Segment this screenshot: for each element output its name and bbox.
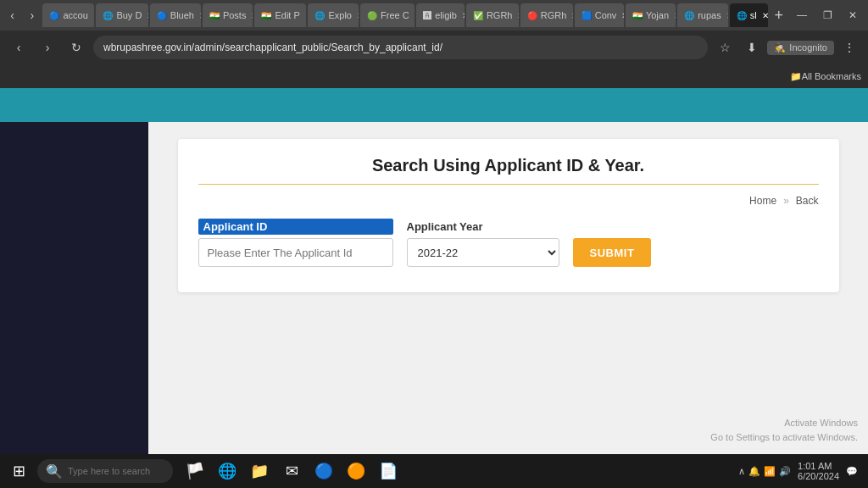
- taskbar-apps: 🏳️ 🌐 📁 ✉ 🔵 🟠 📄: [180, 456, 403, 486]
- tray-up-arrow[interactable]: ∧: [738, 466, 745, 477]
- menu-icon[interactable]: ⋮: [837, 36, 861, 59]
- tab-close-icon[interactable]: ✕: [93, 11, 95, 20]
- browser-forward-button[interactable]: ›: [36, 36, 59, 59]
- tab-favicon: 🌐: [103, 11, 113, 20]
- tray-network-icon[interactable]: 📶: [764, 466, 776, 477]
- tab-label: Yojan: [646, 10, 669, 20]
- url-input[interactable]: [93, 36, 708, 59]
- taskbar-app-edge2[interactable]: 🔵: [309, 456, 339, 486]
- tab-favicon: ✅: [473, 11, 483, 20]
- tab-label: RGRh: [487, 10, 513, 20]
- tab-buy[interactable]: 🌐 Buy D ✕: [96, 3, 147, 27]
- sidebar: [0, 88, 148, 488]
- taskbar-app-edge[interactable]: 🌐: [212, 456, 242, 486]
- back-nav-btn[interactable]: ‹: [3, 3, 21, 27]
- tab-close-icon[interactable]: ✕: [147, 11, 147, 20]
- taskbar-app-mail[interactable]: ✉: [276, 456, 307, 486]
- tab-close-icon[interactable]: ✕: [305, 11, 307, 20]
- tab-favicon: 🔴: [527, 11, 537, 20]
- browser-back-button[interactable]: ‹: [7, 36, 31, 59]
- tab-free[interactable]: 🟢 Free C ✕: [360, 3, 415, 27]
- applicant-id-label: Applicant ID: [198, 219, 393, 235]
- tab-label: Posts: [223, 10, 247, 20]
- tab-close-icon[interactable]: ✕: [251, 11, 253, 20]
- tab-explo[interactable]: 🌐 Explo ✕: [308, 3, 359, 27]
- tray-speaker-icon[interactable]: 🔊: [779, 466, 791, 477]
- tab-close-icon[interactable]: ✕: [199, 11, 201, 20]
- tab-accu[interactable]: 🔵 accou ✕: [42, 3, 94, 27]
- tab-close-icon[interactable]: ✕: [517, 11, 518, 20]
- tab-favicon: 🔵: [49, 11, 59, 20]
- tab-yojan[interactable]: 🇮🇳 Yojan ✕: [626, 3, 676, 27]
- new-tab-button[interactable]: +: [770, 7, 789, 25]
- tab-label: Free C: [381, 10, 409, 20]
- date-display: 6/20/2024: [798, 471, 839, 481]
- tab-close-icon[interactable]: ✕: [726, 11, 728, 20]
- tab-close-icon[interactable]: ✕: [462, 11, 465, 20]
- submit-button[interactable]: SUBMIT: [573, 238, 652, 267]
- notification-bell[interactable]: 💬: [846, 466, 858, 477]
- bookmarks-label[interactable]: All Bookmarks: [802, 71, 861, 81]
- tab-edit[interactable]: 🇮🇳 Edit P ✕: [254, 3, 306, 27]
- tab-close-icon[interactable]: ✕: [415, 11, 415, 20]
- tray-notification-icon[interactable]: 🔔: [748, 466, 760, 477]
- address-bar: ‹ › ↻ ☆ ⬇ 🕵 Incognito ⋮: [0, 30, 868, 64]
- tab-favicon: 🔵: [157, 11, 167, 20]
- tab-close-icon[interactable]: ✕: [674, 11, 676, 20]
- tab-sl-active[interactable]: 🌐 sl ✕: [730, 3, 768, 27]
- tab-favicon: 🌐: [684, 11, 694, 20]
- download-icon[interactable]: ⬇: [740, 36, 764, 59]
- tab-rgrh1[interactable]: ✅ RGRh ✕: [466, 3, 519, 27]
- taskbar-app-circle[interactable]: 🟠: [341, 456, 371, 486]
- taskbar-search-input[interactable]: [68, 466, 170, 476]
- tab-label: Explo: [328, 10, 352, 20]
- tab-favicon: 🟢: [367, 11, 377, 20]
- tab-rupas[interactable]: 🌐 rupas ✕: [677, 3, 728, 27]
- forward-nav-btn[interactable]: ›: [23, 3, 41, 27]
- page-title: Search Using Applicant ID & Year.: [198, 156, 819, 185]
- tab-rgrh2[interactable]: 🔴 RGRh ✕: [520, 3, 573, 27]
- tab-label: Edit P: [275, 10, 299, 20]
- tab-close-icon[interactable]: ✕: [762, 11, 768, 20]
- tab-favicon: 🇮🇳: [261, 11, 271, 20]
- bookmarks-bar: 📁 All Bookmarks: [0, 64, 868, 88]
- address-right: ☆ ⬇ 🕵 Incognito ⋮: [713, 36, 861, 59]
- tab-label: rupas: [698, 10, 721, 20]
- tab-label: sl: [750, 10, 757, 20]
- browser-chrome: ‹ › 🔵 accou ✕ 🌐 Buy D ✕ 🔵 Blueh ✕ 🇮🇳 Pos…: [0, 0, 868, 88]
- tab-label: Buy D: [116, 10, 142, 20]
- tab-favicon: 🌐: [314, 11, 325, 20]
- tab-eligib[interactable]: 🅰 eligib ✕: [416, 3, 465, 27]
- start-button[interactable]: ⊞: [3, 456, 34, 486]
- taskbar-app-files[interactable]: 📁: [244, 456, 275, 486]
- tab-close-icon[interactable]: ✕: [571, 11, 572, 20]
- back-link[interactable]: Back: [796, 195, 819, 207]
- tab-conv[interactable]: 🟦 Conv ✕: [575, 3, 624, 27]
- tab-label: accou: [63, 10, 87, 20]
- minimize-button[interactable]: —: [790, 3, 814, 27]
- page-header: [148, 88, 868, 122]
- clock: 1:01 AM 6/20/2024: [798, 461, 839, 481]
- reload-button[interactable]: ↻: [64, 36, 88, 59]
- tab-close-icon[interactable]: ✕: [621, 11, 624, 20]
- home-link[interactable]: Home: [749, 195, 776, 207]
- taskbar-app-flag[interactable]: 🏳️: [180, 456, 210, 486]
- applicant-year-label: Applicant Year: [407, 219, 559, 235]
- close-button[interactable]: ✕: [841, 3, 865, 27]
- bookmark-icon[interactable]: ☆: [713, 36, 737, 59]
- incognito-icon: 🕵: [774, 42, 786, 53]
- taskbar-app-docs[interactable]: 📄: [373, 456, 403, 486]
- tab-label: Conv: [595, 10, 617, 20]
- applicant-id-group: Applicant ID: [198, 219, 393, 267]
- window-controls: — ❐ ✕: [790, 3, 865, 27]
- tab-blue[interactable]: 🔵 Blueh ✕: [150, 3, 201, 27]
- applicant-year-select[interactable]: 2021-22 2020-21 2019-20 2018-19: [407, 238, 559, 267]
- activate-watermark: Activate Windows Go to Settings to activ…: [710, 416, 858, 444]
- form-row: Applicant ID Applicant Year 2021-22 2020…: [198, 219, 819, 267]
- maximize-button[interactable]: ❐: [815, 3, 839, 27]
- taskbar-search[interactable]: 🔍: [37, 459, 173, 483]
- applicant-id-input[interactable]: [198, 238, 393, 267]
- tab-close-icon[interactable]: ✕: [357, 11, 359, 20]
- time-display: 1:01 AM: [798, 461, 839, 471]
- tab-posts[interactable]: 🇮🇳 Posts ✕: [203, 3, 253, 27]
